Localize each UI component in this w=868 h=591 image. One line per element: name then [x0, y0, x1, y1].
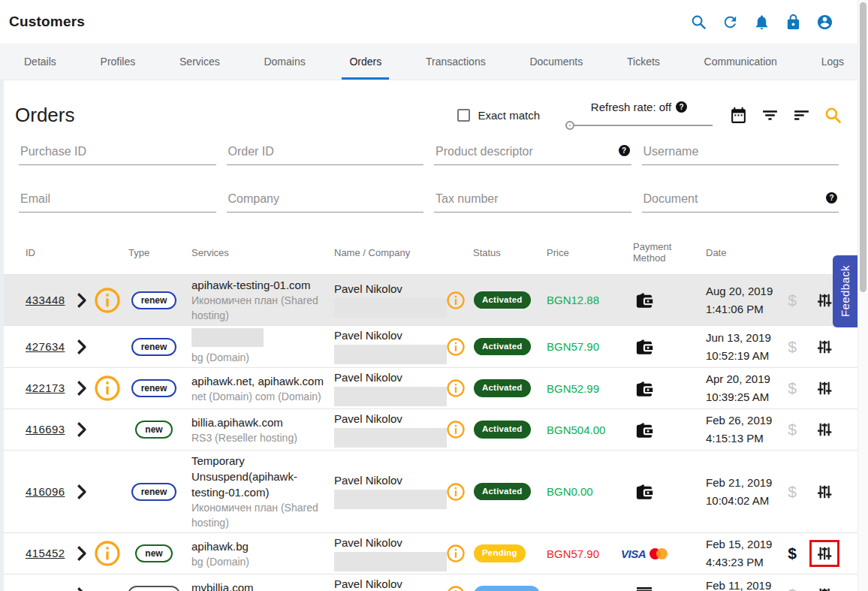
date-cell: Apr 20, 2019 10:39:25 AM	[677, 370, 777, 406]
lock-icon[interactable]	[785, 14, 802, 31]
tab-domains[interactable]: Domains	[253, 44, 315, 80]
service-plan: net (Domain) com (Domain)	[191, 389, 327, 404]
tab-orders[interactable]: Orders	[339, 44, 392, 80]
username-input[interactable]	[642, 140, 839, 165]
document-input[interactable]	[642, 188, 839, 213]
tab-communication[interactable]: Communication	[694, 44, 788, 80]
tab-services[interactable]: Services	[169, 44, 231, 80]
exact-match-checkbox[interactable]	[457, 109, 470, 122]
order-id-link[interactable]: 427634	[26, 340, 65, 353]
service-name: mybillia.com	[191, 580, 327, 591]
billing-dollar-icon[interactable]: $	[777, 338, 807, 356]
order-settings-icon[interactable]	[812, 336, 837, 358]
order-settings-icon[interactable]	[812, 377, 837, 400]
topbar-icons	[690, 14, 838, 31]
feedback-button[interactable]: Feedback	[833, 255, 857, 327]
status-info-icon[interactable]	[445, 543, 466, 564]
purchase-id-input[interactable]	[19, 140, 216, 165]
order-settings-icon[interactable]	[812, 583, 837, 591]
order-type-badge: transfer	[128, 586, 181, 591]
apply-search-icon[interactable]	[824, 106, 842, 125]
billing-dollar-icon[interactable]: $	[777, 544, 807, 562]
scrollbar-thumb[interactable]	[860, 2, 866, 292]
name-cell: Pavel Nikolov	[327, 577, 445, 591]
billing-dollar-icon[interactable]: $	[777, 586, 807, 591]
date-cell: Feb 15, 2019 4:43:23 PM	[677, 535, 777, 571]
tab-tickets[interactable]: Tickets	[616, 44, 671, 80]
tab-logs[interactable]: Logs	[811, 44, 854, 80]
notifications-icon[interactable]	[753, 14, 770, 31]
order-id-link[interactable]: 422173	[26, 381, 65, 394]
search-icon[interactable]	[690, 14, 707, 31]
order-settings-icon[interactable]	[812, 481, 837, 503]
slider-thumb[interactable]	[565, 121, 574, 130]
redacted-company-block	[334, 552, 447, 571]
order-id-input[interactable]	[227, 140, 424, 165]
help-icon[interactable]: ?	[676, 101, 687, 113]
order-id-link[interactable]: 416693	[26, 423, 65, 436]
info-icon[interactable]	[92, 373, 122, 403]
help-icon[interactable]: ?	[826, 192, 837, 204]
page-scrollbar[interactable]	[857, 0, 868, 591]
tax-number-input[interactable]	[434, 188, 631, 213]
table-row: 416096 renew Temporary Unsuspend(apihawk…	[4, 450, 868, 532]
tab-documents[interactable]: Documents	[519, 44, 593, 80]
table-row: 433448 renew apihawk-testing-01.com Икон…	[4, 274, 868, 325]
status-info-icon[interactable]	[445, 378, 466, 399]
services-cell: mybillia.com com (Domain)	[185, 580, 327, 591]
status-info-icon[interactable]	[445, 584, 466, 591]
status-info-icon[interactable]	[445, 419, 466, 440]
services-cell: apihawk.bg bg (Domain)	[185, 538, 327, 569]
status-info-icon[interactable]	[445, 336, 466, 357]
help-icon[interactable]: ?	[619, 145, 630, 156]
billing-dollar-icon[interactable]: $	[777, 483, 807, 501]
product-descriptor-input[interactable]	[434, 140, 631, 165]
billing-dollar-icon[interactable]: $	[777, 291, 807, 309]
order-id-link[interactable]: 416096	[26, 485, 65, 498]
exact-match-control[interactable]: Exact match	[457, 109, 540, 122]
services-cell: apihawk.net, apihawk.com net (Domain) co…	[185, 373, 327, 404]
wallet-icon	[633, 481, 656, 502]
filter-icon[interactable]	[761, 106, 779, 125]
chevron-right-icon[interactable]	[70, 336, 92, 358]
calendar-icon[interactable]	[729, 106, 748, 125]
company-input[interactable]	[227, 188, 424, 213]
order-settings-icon[interactable]	[812, 542, 837, 565]
info-icon[interactable]	[92, 285, 122, 315]
redacted-company-block	[334, 428, 447, 448]
order-id-link[interactable]: 433448	[26, 294, 65, 306]
info-icon[interactable]	[92, 538, 122, 568]
services-cell: billia.apihawk.com RS3 (Reseller hosting…	[185, 415, 327, 445]
payment-method-cell: VISA	[612, 290, 677, 310]
chevron-right-icon[interactable]	[70, 289, 92, 312]
status-badge: Activated	[474, 379, 531, 397]
order-id-link[interactable]: 415452	[26, 547, 65, 559]
payment-method-cell: VISA	[612, 481, 677, 502]
chevron-right-icon[interactable]	[70, 481, 92, 503]
tab-profiles[interactable]: Profiles	[90, 44, 146, 80]
chevron-right-icon[interactable]	[70, 377, 92, 400]
chevron-right-icon[interactable]	[70, 542, 92, 565]
order-id-link[interactable]: 414777	[26, 588, 65, 591]
storefront-icon	[633, 583, 656, 591]
refresh-icon[interactable]	[722, 14, 739, 31]
tab-details[interactable]: Details	[14, 44, 67, 80]
price-value: BGN23.40	[541, 589, 612, 591]
status-info-icon[interactable]	[445, 481, 466, 502]
status-info-icon[interactable]	[445, 290, 466, 311]
chevron-right-icon[interactable]	[70, 418, 92, 441]
order-settings-icon[interactable]	[812, 418, 837, 441]
top-bar: Customers	[0, 0, 868, 44]
toolbar-icons	[729, 106, 842, 125]
chevron-right-icon[interactable]	[70, 583, 92, 591]
email-input[interactable]	[19, 188, 216, 213]
sort-icon[interactable]	[792, 106, 811, 125]
services-cell: apihawk-testing-01.com Икономичен план (…	[185, 277, 327, 323]
order-type-badge: renew	[131, 379, 177, 397]
tab-transactions[interactable]: Transactions	[415, 44, 496, 80]
billing-dollar-icon[interactable]: $	[777, 379, 807, 397]
billing-dollar-icon[interactable]: $	[777, 421, 807, 439]
account-icon[interactable]	[816, 14, 833, 31]
refresh-rate-slider[interactable]	[565, 121, 713, 130]
order-type-badge: renew	[131, 338, 177, 356]
